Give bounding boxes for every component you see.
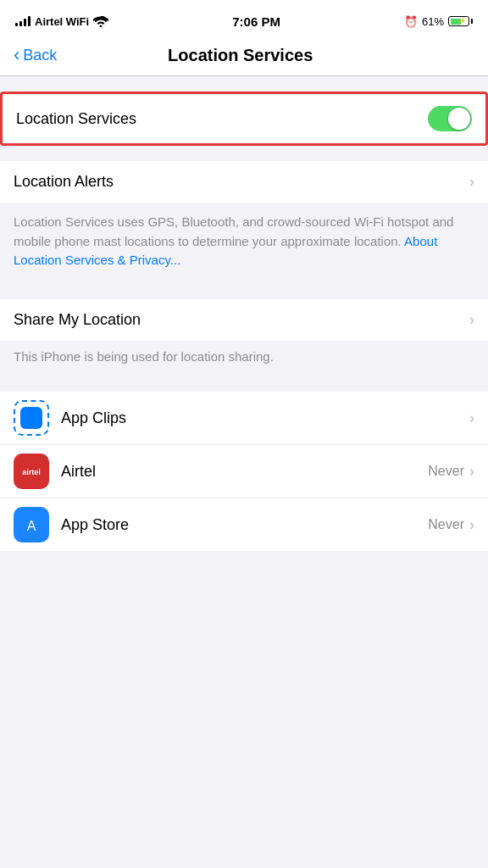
- apps-card: App Clips › airtel Airtel Never ›: [0, 392, 488, 551]
- app-clips-chevron-icon: ›: [469, 409, 474, 427]
- appstore-icon: A: [14, 507, 49, 542]
- location-description: Location Services uses GPS, Bluetooth, a…: [0, 203, 488, 284]
- table-row[interactable]: airtel Airtel Never ›: [0, 445, 488, 498]
- share-location-row[interactable]: Share My Location ›: [0, 299, 488, 341]
- location-services-label: Location Services: [16, 110, 136, 128]
- airtel-permission: Never: [428, 464, 464, 479]
- table-row[interactable]: A App Store Never ›: [0, 498, 488, 551]
- battery-indicator: ⚡: [448, 16, 473, 26]
- airtel-icon: airtel: [14, 453, 49, 489]
- airtel-left: airtel Airtel: [14, 453, 96, 489]
- airtel-chevron-icon: ›: [469, 463, 474, 481]
- nav-header: ‹ Back Location Services: [0, 37, 488, 76]
- apps-section: App Clips › airtel Airtel Never ›: [0, 392, 488, 551]
- app-clips-left: App Clips: [14, 400, 126, 436]
- location-alerts-section: Location Alerts › Location Services uses…: [0, 161, 488, 284]
- appstore-name: App Store: [61, 516, 129, 534]
- location-alerts-chevron-icon: ›: [469, 173, 474, 191]
- location-services-toggle-row: Location Services: [0, 92, 488, 146]
- share-location-chevron-icon: ›: [469, 311, 474, 329]
- location-description-text: Location Services uses GPS, Bluetooth, a…: [14, 214, 453, 248]
- table-row[interactable]: App Clips ›: [0, 392, 488, 445]
- share-location-label: Share My Location: [14, 311, 141, 329]
- location-alerts-label: Location Alerts: [14, 173, 114, 191]
- appstore-logo-icon: A: [20, 514, 42, 536]
- svg-text:airtel: airtel: [22, 468, 41, 476]
- share-location-section: Share My Location › This iPhone is being…: [0, 299, 488, 377]
- app-clips-name: App Clips: [61, 409, 126, 427]
- appstore-right: Never ›: [428, 516, 474, 534]
- share-location-description: This iPhone is being used for location s…: [0, 341, 488, 377]
- location-alerts-card: Location Alerts ›: [0, 161, 488, 203]
- airtel-logo-icon: airtel: [19, 459, 43, 483]
- page-title: Location Services: [6, 46, 474, 65]
- carrier-label: Airtel WiFi: [35, 15, 89, 28]
- location-services-toggle[interactable]: [428, 106, 472, 131]
- share-location-card: Share My Location ›: [0, 299, 488, 341]
- app-clips-icon: [14, 400, 49, 436]
- status-left: Airtel WiFi: [15, 15, 108, 28]
- signal-bars-icon: [15, 16, 30, 26]
- app-clips-right: ›: [469, 409, 474, 427]
- wifi-icon: [93, 16, 108, 27]
- appstore-permission: Never: [428, 517, 464, 532]
- airtel-name: Airtel: [61, 463, 96, 481]
- alarm-icon: ⏰: [404, 15, 418, 28]
- appstore-left: A App Store: [14, 507, 129, 542]
- status-right: ⏰ 61% ⚡: [404, 15, 473, 28]
- svg-text:A: A: [27, 519, 36, 533]
- airtel-right: Never ›: [428, 463, 474, 481]
- location-alerts-row[interactable]: Location Alerts ›: [0, 161, 488, 203]
- appstore-chevron-icon: ›: [469, 516, 474, 534]
- toggle-thumb: [448, 108, 470, 130]
- status-bar: Airtel WiFi 7:06 PM ⏰ 61% ⚡: [0, 0, 488, 37]
- battery-percent: 61%: [422, 15, 444, 28]
- status-time: 7:06 PM: [232, 14, 280, 29]
